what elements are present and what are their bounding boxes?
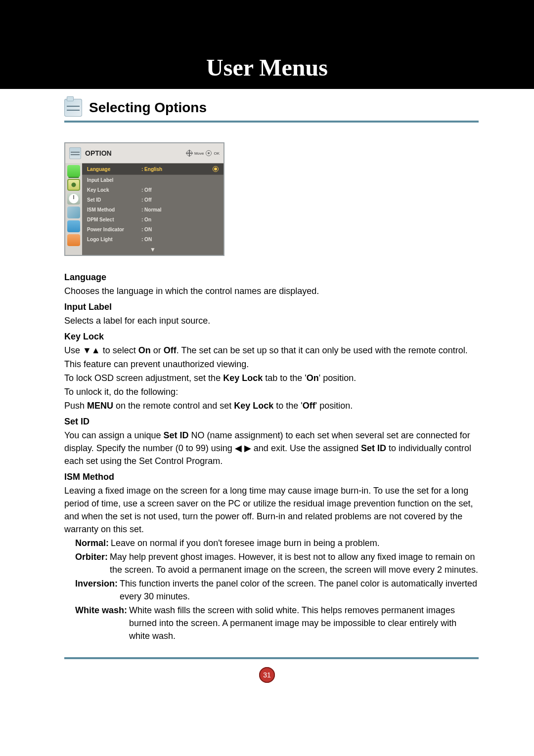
desc-ism-intro: Leaving a fixed image on the screen for … xyxy=(64,484,479,536)
radio-icon xyxy=(213,166,219,172)
osd-row-value: : Off xyxy=(141,197,176,203)
desc-input-label: Selects a label for each input source. xyxy=(64,314,479,327)
desc-key-lock-5: Push MENU on the remote control and set … xyxy=(64,399,479,412)
ism-option-list: Normal: Leave on normal if you don't for… xyxy=(64,537,479,642)
desc-language: Chooses the language in which the contro… xyxy=(64,285,479,297)
ism-item-inversion: Inversion: This function inverts the pan… xyxy=(75,577,479,603)
options-icon xyxy=(64,99,82,117)
term-set-id: Set ID xyxy=(64,415,479,428)
ok-label: OK xyxy=(214,151,220,156)
body-text: Language Chooses the language in which t… xyxy=(64,271,479,642)
section-header: Selecting Options xyxy=(64,99,479,123)
ism-item-desc: White wash fills the screen with solid w… xyxy=(127,604,479,642)
osd-screenshot: OPTION Move OK xyxy=(64,142,479,256)
page-title: User Menus xyxy=(206,54,328,81)
osd-nav-hints: Move OK xyxy=(186,150,223,156)
osd-sidebar-icons xyxy=(65,163,82,255)
osd-row-value: : ON xyxy=(141,227,176,232)
osd-row-label: Key Lock xyxy=(87,187,141,193)
ism-item-label: Inversion: xyxy=(75,577,118,603)
osd-panel: OPTION Move OK xyxy=(64,142,224,256)
osd-row-value: : Off xyxy=(141,187,176,193)
osd-row-ism-method[interactable]: ISM Method : Normal xyxy=(82,205,223,214)
ism-item-desc: May help prevent ghost images. However, … xyxy=(108,550,479,576)
ism-item-white-wash: White wash: White wash fills the screen … xyxy=(75,604,479,642)
page: User Menus Selecting Options OPTION Move… xyxy=(0,0,534,756)
osd-row-logo-light[interactable]: Logo Light : ON xyxy=(82,234,223,244)
osd-row-power-indicator[interactable]: Power Indicator : ON xyxy=(82,224,223,234)
footer-divider xyxy=(64,657,479,659)
move-icon xyxy=(186,150,192,156)
osd-row-value: : Normal xyxy=(141,207,176,212)
osd-row-label: ISM Method xyxy=(87,207,141,212)
osd-row-label: Power Indicator xyxy=(87,227,141,232)
osd-category-icon xyxy=(67,234,80,246)
page-number-badge: 31 xyxy=(259,667,275,683)
ism-item-label: Normal: xyxy=(75,537,109,549)
desc-key-lock-2: This feature can prevent unauthorized vi… xyxy=(64,358,479,371)
term-input-label: Input Label xyxy=(64,300,479,313)
ok-icon xyxy=(206,150,212,156)
osd-row-label: Input Label xyxy=(87,177,141,183)
content-area: Selecting Options OPTION Move OK xyxy=(0,89,534,642)
osd-row-value: : English xyxy=(141,167,176,172)
osd-option-list: Language : English Input Label Key Lock … xyxy=(82,163,223,255)
osd-row-label: Set ID xyxy=(87,197,141,203)
ism-item-normal: Normal: Leave on normal if you don't for… xyxy=(75,537,479,549)
osd-row-label: Logo Light xyxy=(87,237,141,242)
osd-category-icon xyxy=(67,220,80,232)
osd-category-icon xyxy=(67,207,80,218)
desc-key-lock-4: To unlock it, do the following: xyxy=(64,385,479,398)
osd-header-icon xyxy=(69,147,81,159)
osd-category-icon xyxy=(67,179,80,191)
osd-row-value: : On xyxy=(141,217,176,222)
osd-header: OPTION Move OK xyxy=(65,143,223,163)
ism-item-desc: Leave on normal if you don't foresee ima… xyxy=(109,537,380,549)
ism-item-desc: This function inverts the panel color of… xyxy=(118,577,479,603)
ism-item-orbiter: Orbiter: May help prevent ghost images. … xyxy=(75,550,479,576)
ism-item-label: White wash: xyxy=(75,604,127,642)
ism-item-label: Orbiter: xyxy=(75,550,108,576)
desc-set-id: You can assign a unique Set ID NO (name … xyxy=(64,429,479,467)
osd-row-language[interactable]: Language : English xyxy=(82,163,223,175)
section-title: Selecting Options xyxy=(89,100,207,116)
osd-row-key-lock[interactable]: Key Lock : Off xyxy=(82,185,223,195)
osd-category-icon xyxy=(67,165,80,177)
osd-row-label: Language xyxy=(87,167,141,172)
move-label: Move xyxy=(194,151,204,156)
term-language: Language xyxy=(64,271,479,284)
title-bar: User Menus xyxy=(0,0,534,89)
desc-key-lock-3: To lock OSD screen adjustment, set the K… xyxy=(64,372,479,384)
osd-row-value: : ON xyxy=(141,237,176,242)
term-ism-method: ISM Method xyxy=(64,470,479,483)
osd-title: OPTION xyxy=(85,149,186,157)
osd-row-label: DPM Select xyxy=(87,217,141,222)
osd-row-input-label[interactable]: Input Label xyxy=(82,175,223,185)
term-key-lock: Key Lock xyxy=(64,330,479,343)
osd-category-icon xyxy=(67,193,80,205)
osd-row-set-id[interactable]: Set ID : Off xyxy=(82,195,223,205)
osd-scroll-down[interactable]: ▼ xyxy=(82,244,223,255)
osd-row-dpm-select[interactable]: DPM Select : On xyxy=(82,214,223,224)
desc-key-lock-1: Use ▼▲ to select On or Off. The set can … xyxy=(64,344,479,357)
